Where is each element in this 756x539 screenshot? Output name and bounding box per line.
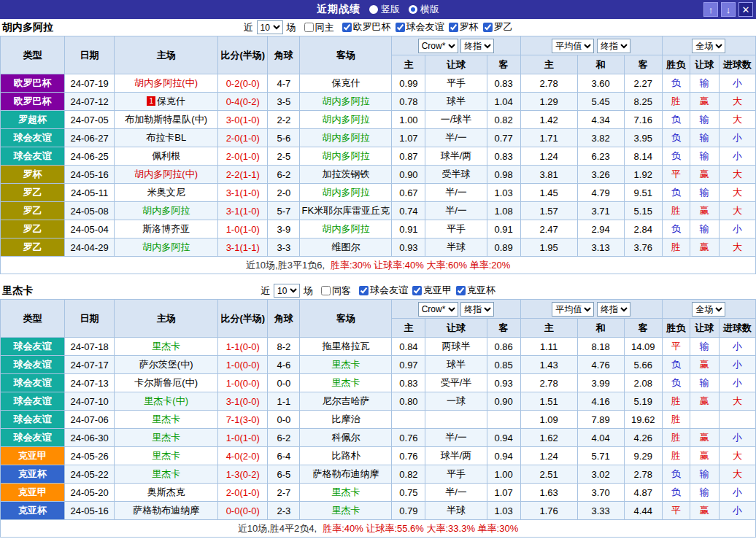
result-scope-select[interactable]: 全场 <box>692 302 725 317</box>
away-team-cell: 尼尔吉哈萨 <box>300 392 392 411</box>
result-cell: 胜 <box>662 447 690 465</box>
corner-cell: 3-5 <box>268 93 300 111</box>
home-team-cell: 奥斯杰克 <box>115 484 218 502</box>
competition-checkbox[interactable] <box>412 286 422 295</box>
avg-source-select[interactable]: 平均值 <box>552 302 594 317</box>
away-team-cell: 胡内多阿拉 <box>300 220 392 239</box>
avg-away-cell: 2.84 <box>624 220 662 239</box>
corner-cell: 3-3 <box>268 239 300 257</box>
scroll-down-button[interactable]: ↓ <box>721 2 736 17</box>
result-group-header: 全场 <box>662 36 755 55</box>
avg-draw-cell: 4.04 <box>577 429 624 447</box>
competition-checkbox[interactable] <box>483 23 493 32</box>
layout-radio-vertical[interactable]: 竖版 <box>369 3 400 16</box>
col-type: 类型 <box>1 36 65 74</box>
handicap-cell: 半/一 <box>425 184 487 202</box>
col-odds-away: 客 <box>487 55 520 74</box>
odds-home-cell: 1.00 <box>392 111 425 129</box>
avg-draw-cell: 4.79 <box>577 184 624 202</box>
odds-away-cell: 0.91 <box>487 220 520 239</box>
same-side-checkbox[interactable] <box>321 286 331 295</box>
avg-home-cell: 1.57 <box>520 202 577 220</box>
avg-draw-cell: 3.33 <box>577 502 624 520</box>
league-cell: 球会友谊 <box>1 429 65 447</box>
match-row: 球会友谊24-06-27布拉卡BL2-0(1-0)5-6胡内多阿拉1.07半/一… <box>1 129 756 147</box>
team-name: 胡内多阿拉 <box>2 21 53 34</box>
col-odds-away: 客 <box>487 319 520 338</box>
goals-cell: 小 <box>719 220 755 239</box>
match-count-select[interactable]: 10 <box>257 20 283 34</box>
date-cell: 24-05-04 <box>65 220 115 239</box>
goals-cell: 小 <box>719 338 755 356</box>
league-cell: 罗乙 <box>1 220 65 239</box>
radio-horizontal-icon[interactable] <box>409 5 417 14</box>
odds-time-select[interactable]: 终指 <box>460 302 494 317</box>
avg-away-cell: 7.16 <box>624 111 662 129</box>
competition-checkbox[interactable] <box>342 23 352 32</box>
close-button[interactable]: ✕ <box>738 2 753 17</box>
same-side-filter[interactable]: 同主 <box>304 21 334 34</box>
competition-filter[interactable]: 克亚甲 <box>412 284 452 297</box>
competition-filter[interactable]: 欧罗巴杯 <box>342 20 391 34</box>
layout-radio-horizontal[interactable]: 横版 <box>409 3 439 16</box>
goals-cell: 大 <box>719 392 755 411</box>
competition-filter[interactable]: 球会友谊 <box>396 20 444 34</box>
handicap-result-cell: 赢 <box>690 166 719 184</box>
odds-source-select[interactable]: Crow* <box>418 39 458 53</box>
match-row: 球会友谊24-07-10里杰卡(中)3-1(0-0)1-1尼尔吉哈萨0.80一球… <box>1 392 756 411</box>
avg-home-cell: 2.78 <box>520 374 577 392</box>
match-row: 克亚杯24-05-22里杰卡1-3(0-2)6-5萨格勒布迪纳摩0.82平手1.… <box>1 465 756 484</box>
competition-checkbox[interactable] <box>359 286 369 295</box>
avg-home-cell: 1.42 <box>520 111 577 129</box>
competition-filter[interactable]: 罗乙 <box>483 20 513 34</box>
avg-draw-cell: 5.45 <box>577 93 624 111</box>
team-name: 里杰卡 <box>2 284 33 298</box>
avg-time-select[interactable]: 终指 <box>597 39 630 53</box>
goals-cell: 大 <box>719 465 755 484</box>
competition-filter[interactable]: 克亚杯 <box>456 284 495 297</box>
competition-checkbox[interactable] <box>456 286 466 295</box>
avg-source-select[interactable]: 平均值 <box>552 39 594 53</box>
date-cell: 24-05-22 <box>65 465 115 484</box>
competition-filter[interactable]: 罗杯 <box>449 20 479 34</box>
date-cell: 24-05-20 <box>65 484 115 502</box>
competition-checkbox[interactable] <box>396 23 405 32</box>
same-side-checkbox[interactable] <box>304 23 314 32</box>
avg-draw-cell: 4.34 <box>577 111 624 129</box>
home-team-cell: 1保克什 <box>115 93 218 111</box>
date-cell: 24-07-18 <box>65 338 115 356</box>
avg-away-cell: 2.08 <box>624 374 662 392</box>
odds-source-select[interactable]: Crow* <box>418 302 458 317</box>
goals-cell: 大 <box>719 184 755 202</box>
col-corner: 角球 <box>268 300 300 338</box>
goals-cell: 大 <box>719 111 755 129</box>
match-row: 球会友谊24-07-17萨尔茨堡(中)1-0(0-0)4-6里杰卡0.97球半0… <box>1 356 756 374</box>
handicap-result-cell: 赢 <box>690 392 719 411</box>
result-cell: 胜 <box>662 392 690 411</box>
league-cell: 球会友谊 <box>1 411 65 429</box>
odds-time-select[interactable]: 终指 <box>460 39 494 53</box>
avg-home-cell: 1.76 <box>520 502 577 520</box>
away-team-cell: 胡内多阿拉 <box>300 93 392 111</box>
scroll-up-button[interactable]: ↑ <box>703 2 718 17</box>
league-cell: 欧罗巴杯 <box>1 93 65 111</box>
odds-away-cell: 1.08 <box>487 202 520 220</box>
same-side-filter[interactable]: 同客 <box>321 284 351 298</box>
avg-away-cell: 5.66 <box>624 356 662 374</box>
result-scope-select[interactable]: 全场 <box>692 39 725 53</box>
goals-cell: 小 <box>719 147 755 166</box>
competition-checkbox[interactable] <box>449 23 458 32</box>
title-bar: 近期战绩 竖版 横版 ↑ ↓ ✕ <box>0 0 756 19</box>
avg-time-select[interactable]: 终指 <box>597 302 630 317</box>
odds-away-cell: 0.83 <box>487 74 520 93</box>
match-count-select[interactable]: 10 <box>274 284 300 298</box>
date-cell: 24-07-06 <box>65 411 115 429</box>
avg-group-header: 平均值 终指 <box>520 300 662 319</box>
radio-vertical-icon[interactable] <box>369 5 378 14</box>
col-home: 主场 <box>115 300 218 338</box>
handicap-cell: 球半/两 <box>425 147 487 166</box>
competition-filter[interactable]: 球会友谊 <box>359 284 408 297</box>
col-goals: 进球数 <box>719 319 755 338</box>
handicap-cell: 两球半 <box>425 338 487 356</box>
avg-home-cell: 1.95 <box>520 239 577 257</box>
